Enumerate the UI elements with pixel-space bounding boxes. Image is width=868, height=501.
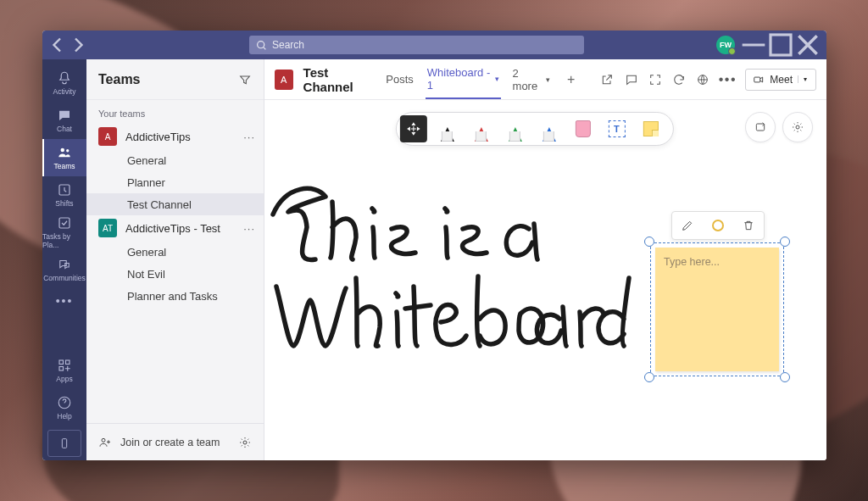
join-team-icon[interactable] — [98, 436, 112, 449]
resize-handle-tr[interactable] — [780, 237, 790, 247]
settings-button[interactable] — [782, 112, 813, 142]
svg-rect-15 — [756, 124, 764, 131]
popout-button[interactable] — [600, 72, 614, 87]
filter-icon[interactable] — [238, 73, 252, 86]
chat-icon — [57, 108, 72, 123]
svg-point-2 — [61, 148, 65, 153]
rail-label: Activity — [53, 87, 76, 96]
move-icon — [405, 121, 420, 136]
channel-name: Test Channel — [303, 65, 375, 94]
rail-communities[interactable]: Communities — [42, 251, 86, 288]
svg-rect-6 — [59, 360, 64, 365]
rail-chat[interactable]: Chat — [42, 102, 86, 139]
rail-label: Chat — [57, 125, 72, 133]
add-tab-button[interactable]: + — [562, 72, 580, 87]
team-name: AddictiveTips — [125, 131, 191, 143]
more-icon: ••• — [56, 294, 74, 308]
rail-tasks[interactable]: Tasks by Pla... — [42, 214, 86, 251]
note-color-button[interactable] — [710, 218, 726, 233]
team-more-button[interactable]: ··· — [243, 131, 255, 143]
nav-back-button[interactable] — [47, 35, 68, 55]
team-avatar: AT — [98, 219, 117, 237]
more-button[interactable]: ••• — [720, 72, 735, 87]
sticky-note-selection[interactable]: Type here... — [650, 242, 784, 376]
note-edit-button[interactable] — [680, 218, 695, 233]
channel-item[interactable]: Planner — [86, 171, 264, 193]
svg-point-16 — [796, 125, 799, 129]
profile-avatar[interactable]: FW — [716, 36, 735, 54]
resize-handle-br[interactable] — [780, 372, 790, 382]
channel-header: A Test Channel Posts Whiteboard - 1 ▾ 2 … — [264, 59, 826, 100]
nav-forward-button[interactable] — [68, 35, 88, 55]
rail-device-button[interactable] — [47, 430, 81, 457]
refresh-button[interactable] — [672, 72, 686, 87]
team-more-button[interactable]: ··· — [243, 222, 255, 235]
rail-teams[interactable]: Teams — [42, 139, 86, 176]
svg-rect-8 — [59, 367, 64, 371]
sidebar-footer: Join or create a team — [86, 423, 264, 460]
undo-button[interactable] — [745, 112, 776, 142]
team-row[interactable]: ATAddictiveTips - Test··· — [86, 215, 264, 241]
device-icon — [58, 437, 71, 450]
window-maximize-button[interactable] — [767, 33, 794, 57]
rail-help[interactable]: Help — [42, 389, 86, 426]
teams-list: AAddictiveTips···GeneralPlannerTest Chan… — [86, 124, 264, 307]
sticky-placeholder: Type here... — [664, 256, 720, 268]
svg-rect-1 — [771, 35, 791, 55]
color-swatch-icon — [712, 220, 724, 231]
eraser-tool[interactable] — [569, 115, 596, 142]
rail-activity[interactable]: Activity — [42, 64, 86, 102]
expand-button[interactable] — [648, 72, 662, 87]
svg-point-3 — [66, 149, 69, 152]
tasks-icon — [57, 215, 72, 231]
channel-item[interactable]: Planner and Tasks — [86, 285, 264, 307]
svg-rect-5 — [59, 218, 70, 228]
channel-item[interactable]: General — [86, 241, 264, 263]
conversation-button[interactable] — [625, 72, 638, 87]
tab-posts[interactable]: Posts — [384, 59, 415, 99]
pen-blue[interactable] — [535, 115, 562, 142]
ink-stroke — [264, 176, 637, 363]
pen-black[interactable] — [433, 115, 460, 142]
whiteboard-canvas[interactable]: T — [264, 100, 826, 460]
sidebar-footer-label[interactable]: Join or create a team — [120, 437, 220, 448]
pen-red[interactable] — [467, 115, 494, 142]
move-tool[interactable] — [399, 115, 426, 142]
meet-button[interactable]: Meet ▾ — [745, 69, 816, 91]
globe-icon — [696, 73, 709, 86]
chat-icon — [625, 73, 638, 86]
sticky-note[interactable]: Type here... — [655, 248, 779, 371]
tab-more[interactable]: 2 more ▾ — [511, 59, 552, 99]
text-icon: T — [608, 120, 625, 137]
teams-icon — [57, 145, 72, 160]
channel-item[interactable]: Test Channel — [86, 193, 264, 215]
expand-icon — [648, 73, 662, 86]
rail-label: Teams — [53, 162, 75, 170]
trash-icon — [742, 219, 755, 232]
text-tool[interactable]: T — [603, 115, 630, 142]
rail-shifts[interactable]: Shifts — [42, 176, 86, 214]
window-minimize-button[interactable] — [740, 33, 767, 57]
minimize-icon — [740, 31, 767, 58]
team-row[interactable]: AAddictiveTips··· — [86, 124, 264, 149]
pen-green[interactable] — [501, 115, 528, 142]
communities-icon — [57, 257, 72, 272]
search-input[interactable]: Search — [249, 36, 584, 54]
channel-item[interactable]: Not Evil — [86, 263, 264, 285]
web-button[interactable] — [696, 72, 709, 87]
gear-icon[interactable] — [238, 436, 252, 449]
window-close-button[interactable] — [794, 33, 821, 57]
rail-apps[interactable]: Apps — [42, 352, 86, 389]
resize-handle-bl[interactable] — [644, 372, 654, 382]
resize-handle-tl[interactable] — [644, 237, 654, 247]
app-rail: Activity Chat Teams Shifts Tasks by Pla.… — [42, 59, 86, 460]
channel-item[interactable]: General — [86, 149, 264, 171]
tab-whiteboard[interactable]: Whiteboard - 1 ▾ — [426, 59, 501, 99]
team-name: AddictiveTips - Test — [125, 222, 220, 235]
svg-rect-14 — [754, 77, 760, 82]
search-placeholder: Search — [272, 39, 304, 51]
sticky-tool[interactable] — [637, 115, 664, 142]
rail-more[interactable]: ••• — [42, 288, 86, 314]
note-delete-button[interactable] — [741, 218, 756, 233]
sidebar-section-label: Your teams — [86, 100, 264, 124]
